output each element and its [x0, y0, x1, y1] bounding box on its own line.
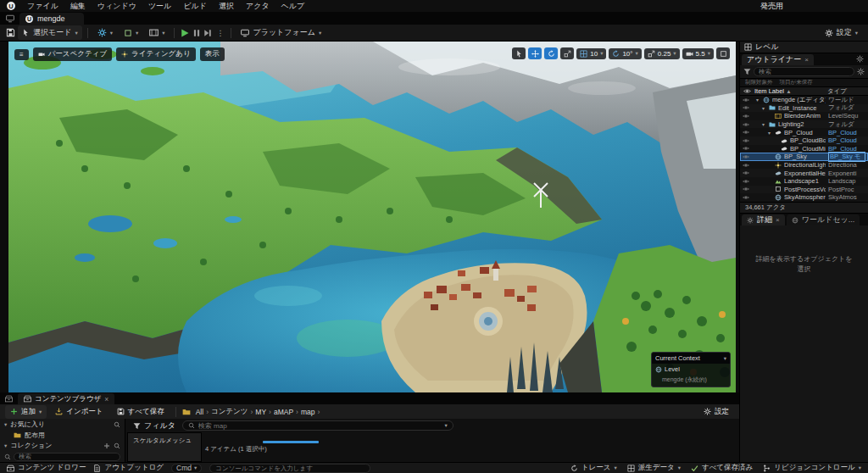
save-status[interactable]: すべて保存済み: [691, 463, 753, 473]
context-level-row[interactable]: Level: [652, 364, 730, 375]
console-command-input[interactable]: [209, 464, 370, 473]
search-icon[interactable]: [114, 442, 120, 449]
tab-details[interactable]: 詳細 ×: [742, 214, 785, 225]
release-mode-button[interactable]: 発売用: [760, 1, 783, 12]
favorite-folder-item[interactable]: 配布用: [0, 430, 125, 440]
filters-button[interactable]: フィルタ: [131, 420, 178, 432]
skip-button[interactable]: [203, 29, 212, 37]
outliner-row[interactable]: BP_CloudBottoBP_Cloud: [740, 136, 868, 145]
search-icon[interactable]: [114, 421, 120, 428]
drawer-icon[interactable]: [5, 395, 13, 403]
tab-outliner[interactable]: アウトライナー ×: [742, 54, 814, 65]
outliner-row[interactable]: ▾Edit_Instanceフォルダ: [740, 104, 868, 113]
menu-help[interactable]: ヘルプ: [275, 1, 311, 12]
expander-icon[interactable]: ▾: [754, 97, 760, 103]
outliner-search-input[interactable]: [754, 67, 854, 76]
menu-file[interactable]: ファイル: [21, 1, 64, 12]
level-viewport[interactable]: ≡ パースペクティブ ライティングあり 表示 10 ▾: [8, 42, 736, 392]
asset-search-box[interactable]: ▾: [182, 420, 453, 431]
import-button[interactable]: インポート: [50, 405, 108, 419]
blueprints-dropdown[interactable]: ▾: [93, 26, 117, 39]
menu-tools[interactable]: ツール: [142, 1, 177, 12]
play-options-kebab-icon[interactable]: ⋮: [214, 29, 225, 37]
visibility-column-eye-icon[interactable]: [743, 87, 751, 95]
rotation-snap-control[interactable]: 10° ▾: [609, 48, 641, 59]
unreal-logo-icon[interactable]: U: [7, 2, 15, 10]
select-tool-button[interactable]: [512, 47, 526, 59]
close-icon[interactable]: ×: [104, 395, 108, 403]
quick-add-dropdown[interactable]: ▾: [120, 27, 142, 39]
outliner-item-type[interactable]: BP_Cloud: [828, 129, 865, 136]
play-button[interactable]: [180, 28, 190, 38]
tab-mengde[interactable]: U mengde: [19, 13, 84, 25]
filter-funnel-icon[interactable]: [743, 68, 751, 75]
save-all-button[interactable]: すべて保存: [112, 405, 170, 419]
viewport-menu-button[interactable]: ≡: [14, 49, 29, 60]
menu-build[interactable]: ビルド: [177, 1, 213, 12]
outliner-item-type[interactable]: BP_Cloud: [828, 136, 865, 144]
cinematics-dropdown[interactable]: ▾: [145, 26, 169, 39]
maximize-viewport-button[interactable]: [716, 47, 730, 59]
outliner-row[interactable]: ▾BP_CloudBP_Cloud: [740, 128, 868, 136]
outliner-row[interactable]: Landscape1Landscap: [740, 177, 868, 186]
tab-world-settings[interactable]: ワールドセッ...: [787, 214, 860, 225]
outliner-row[interactable]: ExponentialHeighExponenti: [740, 169, 868, 177]
favorites-header[interactable]: ▾ お気に入り: [0, 419, 125, 430]
asset-search-input[interactable]: [198, 422, 442, 430]
camera-speed-control[interactable]: 5.5 ▾: [682, 48, 714, 59]
close-icon[interactable]: ×: [776, 216, 780, 224]
filter-chip[interactable]: 制限対象外: [745, 79, 773, 86]
view-mode-dropdown[interactable]: ライティングあり: [116, 47, 196, 61]
show-dropdown[interactable]: 表示: [200, 47, 225, 61]
column-item-label[interactable]: Item Label ▲: [754, 87, 824, 95]
move-tool-button[interactable]: [528, 47, 542, 59]
outliner-row[interactable]: SkyAtmosphereSkyAtmos: [740, 193, 868, 202]
outliner-row[interactable]: ▾Lighting2フォルダ: [740, 120, 868, 129]
viewport-scene[interactable]: [8, 42, 736, 392]
menu-window[interactable]: ウィンドウ: [92, 1, 142, 12]
outliner-row[interactable]: BlenderAnimLevelSequ: [740, 112, 868, 120]
filter-option-skeletal-mesh[interactable]: スケルタルメッシュ: [128, 433, 201, 445]
breadcrumb-item[interactable]: コンテンツ: [209, 407, 250, 417]
breadcrumb-item[interactable]: map: [299, 408, 317, 416]
expander-icon[interactable]: ▾: [766, 130, 772, 136]
gear-icon[interactable]: [856, 55, 864, 63]
tab-content-browser[interactable]: コンテンツブラウザ ×: [18, 393, 114, 404]
content-settings-button[interactable]: 設定: [698, 405, 734, 419]
breadcrumb-item[interactable]: MY: [253, 408, 268, 416]
breadcrumb-item[interactable]: All: [194, 408, 205, 416]
outliner-row[interactable]: ▾mengde (エディタ)ワールド: [740, 96, 868, 104]
plus-icon[interactable]: [103, 442, 110, 449]
cmd-dropdown[interactable]: Cmd ▾: [171, 464, 202, 473]
derived-data-button[interactable]: 派生データ ▾: [627, 463, 681, 473]
filter-chip[interactable]: 項目が未保存: [780, 79, 813, 86]
menu-actor[interactable]: アクタ: [240, 1, 275, 12]
content-drawer-button[interactable]: コンテンツ ドロワー: [7, 463, 86, 473]
outliner-row[interactable]: PostProcessVoluPostProc: [740, 186, 868, 194]
mode-dropdown[interactable]: 選択モード ▾: [18, 25, 82, 40]
outliner-row[interactable]: BP_SkyBP_Sky モ: [740, 153, 868, 161]
menu-select[interactable]: 選択: [213, 1, 240, 12]
revision-control-button[interactable]: リビジョンコントロール ▾: [763, 463, 861, 473]
layout-icon[interactable]: [6, 14, 14, 23]
levels-panel-tab[interactable]: レベル: [740, 42, 868, 53]
perspective-dropdown[interactable]: パースペクティブ: [33, 47, 112, 61]
scale-tool-button[interactable]: [560, 47, 574, 59]
pause-button[interactable]: [192, 29, 201, 37]
output-log-button[interactable]: アウトプットログ: [93, 463, 164, 473]
trace-button[interactable]: トレース ▾: [570, 463, 617, 473]
add-button[interactable]: 追加 ▾: [5, 405, 47, 419]
expander-icon[interactable]: ▾: [760, 105, 766, 111]
close-icon[interactable]: ×: [804, 56, 809, 64]
column-type[interactable]: タイプ: [827, 87, 865, 96]
scale-snap-control[interactable]: 0.25 ▾: [644, 48, 680, 59]
breadcrumb-item[interactable]: aMAP: [272, 408, 295, 416]
outliner-row[interactable]: DirectionalLightDirectiona: [740, 161, 868, 170]
collections-search-input[interactable]: [14, 453, 120, 461]
folder-icon[interactable]: [182, 408, 191, 416]
current-context-header[interactable]: Current Context ▾: [652, 353, 730, 364]
platforms-dropdown[interactable]: プラットフォーム ▾: [236, 25, 326, 40]
grid-snap-control[interactable]: 10 ▾: [576, 48, 606, 59]
settings-dropdown[interactable]: 設定 ▾: [821, 25, 862, 40]
collections-header[interactable]: ▾ コレクション: [0, 440, 125, 451]
